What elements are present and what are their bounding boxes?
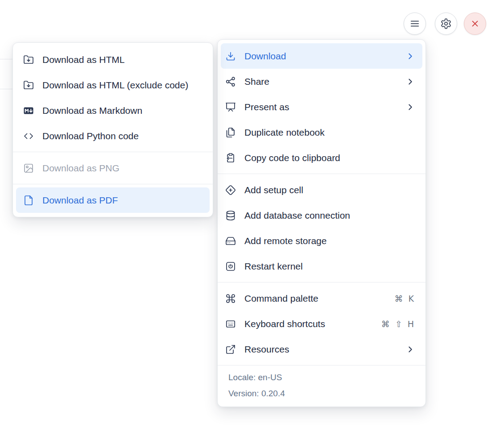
menu-item-resources[interactable]: Resources (221, 336, 422, 362)
menu-item-restart-kernel[interactable]: Restart kernel (221, 253, 422, 279)
menu-item-label: Share (244, 76, 405, 87)
shortcut-badge: ⌘ K (395, 294, 416, 303)
menu-item-label: Download as HTML (42, 54, 202, 65)
menu-separator (218, 282, 426, 282)
file-icon (23, 195, 34, 206)
notebook-menu-button[interactable] (404, 12, 426, 35)
menu-footer: Locale: en-US Version: 0.20.4 (218, 365, 426, 407)
menu-item-label: Duplicate notebook (244, 127, 415, 138)
menu-item-download[interactable]: Download (221, 43, 422, 69)
menu-separator (13, 184, 213, 184)
page-edge-line (0, 89, 13, 89)
menu-item-label: Add database connection (244, 210, 415, 221)
external-link-icon (225, 344, 236, 355)
clipboard-copy-icon (225, 153, 236, 163)
download-icon (225, 51, 236, 62)
locale-text: Locale: en-US (228, 369, 415, 386)
chevron-right-icon (405, 102, 415, 112)
code-icon (23, 131, 34, 141)
hamburger-icon (409, 18, 421, 29)
folder-down-icon (23, 54, 34, 65)
menu-item-label: Add setup cell (244, 185, 415, 195)
menu-item-label: Command palette (244, 293, 395, 304)
download-submenu: Download as HTML Download as HTML (exclu… (12, 42, 213, 217)
menu-item-duplicate-notebook[interactable]: Duplicate notebook (221, 120, 422, 145)
menu-item-download-python-code[interactable]: Download Python code (16, 123, 210, 149)
settings-button[interactable] (435, 12, 457, 35)
menu-item-label: Keyboard shortcuts (244, 319, 381, 329)
menu-item-command-palette[interactable]: Command palette ⌘ K (221, 286, 422, 311)
menu-item-download-as-html[interactable]: Download as HTML (16, 47, 210, 72)
menu-item-download-as-markdown[interactable]: Download as Markdown (16, 98, 210, 123)
menu-item-label: Download as PNG (42, 163, 202, 174)
page-edge-line (0, 59, 13, 59)
version-text: Version: 0.20.4 (228, 386, 415, 402)
duplicate-icon (225, 127, 236, 138)
menu-item-label: Add remote storage (244, 236, 415, 246)
command-icon (225, 293, 236, 304)
presentation-icon (225, 102, 236, 112)
x-icon (469, 18, 481, 29)
menu-item-label: Download as PDF (42, 195, 202, 206)
menu-item-label: Download as Markdown (42, 105, 202, 116)
menu-item-add-setup-cell[interactable]: Add setup cell (221, 177, 422, 203)
menu-item-download-as-html-exclude-code[interactable]: Download as HTML (exclude code) (16, 72, 210, 98)
menu-separator (13, 152, 213, 152)
menu-item-download-as-png: Download as PNG (16, 155, 210, 181)
menu-item-copy-code-to-clipboard[interactable]: Copy code to clipboard (221, 145, 422, 170)
power-icon (225, 261, 236, 272)
chevron-right-icon (405, 51, 415, 61)
menu-item-label: Download as HTML (exclude code) (42, 80, 202, 91)
menu-item-present-as[interactable]: Present as (221, 94, 422, 120)
hard-drive-icon (225, 236, 236, 246)
menu-item-label: Download Python code (42, 131, 202, 141)
gear-icon (440, 18, 452, 29)
shortcut-badge: ⌘ ⇧ H (381, 319, 415, 329)
share-icon (225, 76, 236, 87)
database-icon (225, 210, 236, 221)
menu-item-label: Restart kernel (244, 261, 415, 272)
menu-item-add-database-connection[interactable]: Add database connection (221, 203, 422, 228)
chevron-right-icon (405, 345, 415, 354)
menu-item-download-as-pdf[interactable]: Download as PDF (16, 187, 210, 213)
image-icon (23, 163, 34, 174)
menu-item-add-remote-storage[interactable]: Add remote storage (221, 228, 422, 253)
menu-item-label: Present as (244, 102, 405, 112)
menu-separator (218, 174, 426, 174)
menu-item-label: Download (244, 51, 405, 62)
folder-down-icon (23, 80, 34, 91)
diamond-plus-icon (225, 185, 236, 195)
markdown-icon (23, 105, 34, 116)
menu-item-label: Copy code to clipboard (244, 153, 415, 163)
keyboard-icon (225, 319, 236, 329)
close-app-button[interactable] (464, 12, 486, 35)
menu-item-share[interactable]: Share (221, 69, 422, 94)
menu-item-label: Resources (244, 344, 405, 355)
notebook-actions-menu: Download Share Present as Duplicate note… (217, 39, 426, 407)
menu-item-keyboard-shortcuts[interactable]: Keyboard shortcuts ⌘ ⇧ H (221, 311, 422, 336)
chevron-right-icon (405, 77, 415, 87)
